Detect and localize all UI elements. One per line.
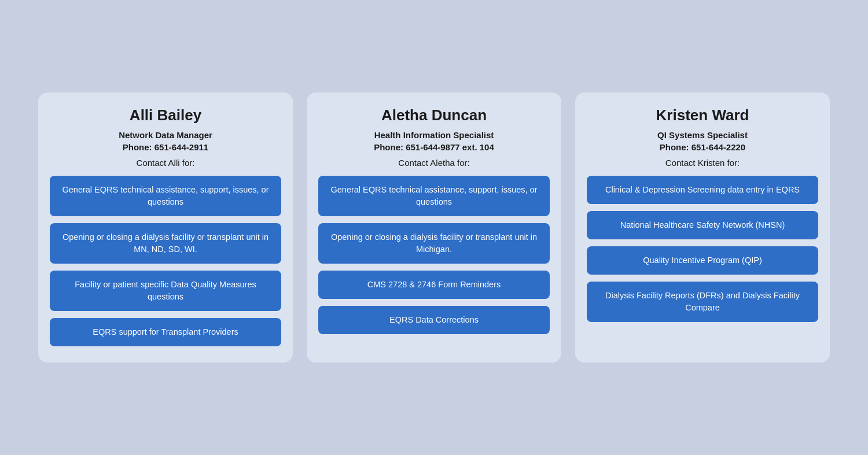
alli-bailey-item-2: Facility or patient specific Data Qualit… [50, 271, 281, 311]
aletha-duncan-item-2: CMS 2728 & 2746 Form Reminders [318, 271, 550, 299]
kristen-ward-item-2: Quality Incentive Program (QIP) [587, 246, 818, 275]
alli-bailey-name: Alli Bailey [130, 106, 201, 124]
aletha-duncan-items-list: General EQRS technical assistance, suppo… [318, 176, 550, 334]
alli-bailey-phone: Phone: 651-644-2911 [123, 142, 208, 152]
aletha-duncan-name: Aletha Duncan [381, 106, 487, 124]
kristen-ward-item-0: Clinical & Depression Screening data ent… [587, 176, 818, 204]
kristen-ward-title: QI Systems Specialist [657, 130, 748, 140]
kristen-ward-item-1: National Healthcare Safety Network (NHSN… [587, 211, 818, 239]
aletha-duncan-item-3: EQRS Data Corrections [318, 306, 550, 334]
card-alli-bailey: Alli BaileyNetwork Data ManagerPhone: 65… [38, 93, 293, 362]
aletha-duncan-item-0: General EQRS technical assistance, suppo… [318, 176, 550, 216]
alli-bailey-items-list: General EQRS technical assistance, suppo… [50, 176, 281, 346]
alli-bailey-item-3: EQRS support for Transplant Providers [50, 318, 281, 346]
card-aletha-duncan: Aletha DuncanHealth Information Speciali… [307, 93, 561, 362]
aletha-duncan-title: Health Information Specialist [374, 130, 494, 140]
cards-container: Alli BaileyNetwork Data ManagerPhone: 65… [12, 93, 856, 362]
kristen-ward-name: Kristen Ward [656, 106, 749, 124]
alli-bailey-item-0: General EQRS technical assistance, suppo… [50, 176, 281, 216]
alli-bailey-title: Network Data Manager [119, 130, 212, 140]
alli-bailey-item-1: Opening or closing a dialysis facility o… [50, 223, 281, 264]
card-kristen-ward: Kristen WardQI Systems SpecialistPhone: … [575, 93, 830, 362]
aletha-duncan-item-1: Opening or closing a dialysis facility o… [318, 223, 550, 264]
kristen-ward-phone: Phone: 651-644-2220 [660, 142, 745, 152]
aletha-duncan-contact-label: Contact Aletha for: [398, 158, 469, 168]
alli-bailey-contact-label: Contact Alli for: [137, 158, 195, 168]
kristen-ward-item-3: Dialysis Facility Reports (DFRs) and Dia… [587, 282, 818, 322]
kristen-ward-contact-label: Contact Kristen for: [665, 158, 740, 168]
kristen-ward-items-list: Clinical & Depression Screening data ent… [587, 176, 818, 322]
aletha-duncan-phone: Phone: 651-644-9877 ext. 104 [374, 142, 494, 152]
